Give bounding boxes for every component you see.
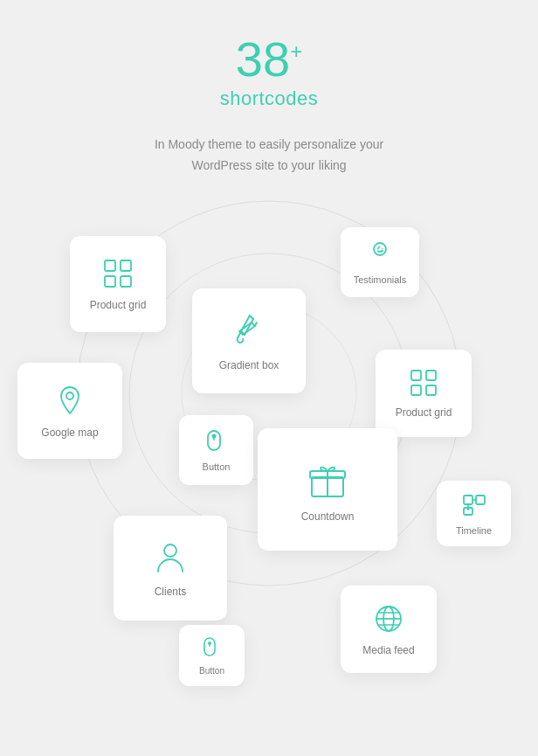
card-testimonials[interactable]: Testimonials xyxy=(341,227,419,297)
media-feed-label: Media feed xyxy=(362,644,414,656)
button-2-icon xyxy=(202,636,223,657)
clients-icon xyxy=(151,538,190,577)
svg-rect-11 xyxy=(426,371,436,380)
page-wrapper: 38+ shortcodes In Moody theme to easily … xyxy=(0,0,538,756)
svg-rect-12 xyxy=(411,385,421,395)
button-2-label: Button xyxy=(199,666,224,676)
google-map-icon xyxy=(52,383,87,418)
svg-rect-10 xyxy=(411,371,421,380)
svg-rect-6 xyxy=(121,276,131,287)
svg-point-26 xyxy=(164,544,176,557)
product-grid-2-icon xyxy=(409,368,438,398)
svg-rect-3 xyxy=(105,260,115,271)
hero-subtitle: shortcodes xyxy=(0,87,538,110)
countdown-icon xyxy=(305,456,350,502)
product-grid-2-label: Product grid xyxy=(396,406,452,419)
count-number: 38 xyxy=(236,31,290,87)
card-product-grid-2[interactable]: Product grid xyxy=(376,350,472,437)
cards-area: Product grid Testimonials xyxy=(0,210,538,752)
gradient-box-label: Gradient box xyxy=(219,359,279,371)
svg-rect-4 xyxy=(121,260,131,271)
svg-rect-5 xyxy=(105,276,115,287)
svg-rect-13 xyxy=(426,385,436,395)
media-feed-icon xyxy=(372,602,405,635)
testimonials-label: Testimonials xyxy=(354,274,407,285)
card-gradient-box[interactable]: Gradient box xyxy=(192,288,306,393)
svg-point-9 xyxy=(382,248,383,250)
card-button-2[interactable]: Button xyxy=(179,625,245,686)
svg-point-8 xyxy=(377,248,379,250)
svg-rect-22 xyxy=(476,496,485,504)
card-clients[interactable]: Clients xyxy=(114,516,227,621)
svg-point-14 xyxy=(66,392,73,399)
svg-point-7 xyxy=(374,243,386,255)
google-map-label: Google map xyxy=(41,427,98,439)
clients-label: Clients xyxy=(155,586,187,598)
card-media-feed[interactable]: Media feed xyxy=(341,586,437,673)
svg-rect-21 xyxy=(464,496,472,504)
hero-description: In Moody theme to easily personalize you… xyxy=(0,135,538,177)
button-1-icon xyxy=(204,428,229,453)
gradient-box-icon xyxy=(229,310,269,350)
product-grid-1-label: Product grid xyxy=(90,299,147,311)
count-superscript: + xyxy=(290,39,302,63)
hero-section: 38+ shortcodes In Moody theme to easily … xyxy=(0,0,538,177)
shortcode-count: 38+ xyxy=(236,35,302,84)
card-google-map[interactable]: Google map xyxy=(17,363,122,459)
testimonials-icon xyxy=(367,239,393,266)
timeline-icon xyxy=(462,492,486,517)
card-countdown[interactable]: Countdown xyxy=(258,428,397,551)
card-timeline[interactable]: Timeline xyxy=(437,481,511,546)
card-button-1[interactable]: Button xyxy=(179,415,253,485)
button-1-label: Button xyxy=(203,461,231,472)
timeline-label: Timeline xyxy=(456,525,492,536)
card-product-grid-1[interactable]: Product grid xyxy=(70,236,166,332)
product-grid-icon xyxy=(101,257,134,290)
countdown-label: Countdown xyxy=(301,510,355,523)
